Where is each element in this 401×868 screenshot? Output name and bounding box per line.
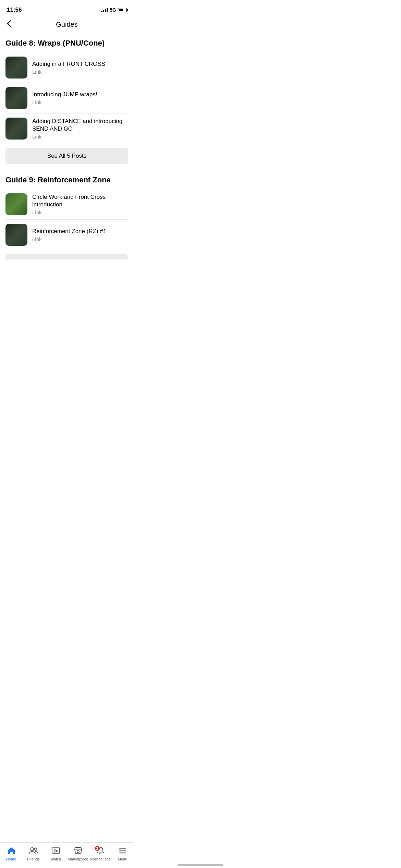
guide-thumb <box>5 118 27 140</box>
guide-item-title: Adding DISTANCE and introducing SEND AND… <box>32 118 128 133</box>
page-title: Guides <box>56 21 77 28</box>
back-button[interactable] <box>5 19 12 31</box>
guide-item-link: Link <box>32 134 128 140</box>
guide-8-title: Guide 8: Wraps (PNU/Cone) <box>5 39 128 48</box>
signal-icon <box>101 8 108 12</box>
scroll-area[interactable]: Guide 8: Wraps (PNU/Cone) Adding in a FR… <box>0 33 134 260</box>
guide-item-text: Reinforcement Zone (RZ) #1 Link <box>32 228 128 242</box>
guide-item-link: Link <box>32 209 128 215</box>
guide-8-section: Guide 8: Wraps (PNU/Cone) Adding in a FR… <box>0 33 134 170</box>
page-header: Guides <box>0 17 134 33</box>
battery-icon <box>118 8 127 12</box>
see-all-5-button[interactable]: See All 5 Posts <box>5 148 128 164</box>
see-all-2-button[interactable]: See All 2 Posts <box>5 254 128 260</box>
guide-item-text: Introducing JUMP wraps! Link <box>32 91 128 105</box>
guide-item-link: Link <box>32 99 128 105</box>
guide-item-text: Adding in a FRONT CROSS Link <box>32 60 128 75</box>
guide-thumb <box>5 57 27 79</box>
guide-item-text: Circle Work and Front Cross introduction… <box>32 193 128 215</box>
status-time: 11:56 <box>7 7 22 13</box>
guide-item-title: Reinforcement Zone (RZ) #1 <box>32 228 128 235</box>
network-type: 5G <box>110 7 116 13</box>
list-item[interactable]: Circle Work and Front Cross introduction… <box>5 189 128 219</box>
guide-thumb <box>5 193 27 215</box>
guide-item-link: Link <box>32 69 128 75</box>
status-icons: 5G <box>101 7 127 13</box>
guide-item-title: Introducing JUMP wraps! <box>32 91 128 98</box>
guide-item-title: Circle Work and Front Cross introduction <box>32 193 128 208</box>
guide-9-title: Guide 9: Reinforcement Zone <box>5 176 128 184</box>
list-item[interactable]: Adding DISTANCE and introducing SEND AND… <box>5 113 128 144</box>
guide-item-text: Adding DISTANCE and introducing SEND AND… <box>32 118 128 140</box>
status-bar: 11:56 5G <box>0 0 134 17</box>
guide-thumb <box>5 224 27 246</box>
guide-item-link: Link <box>32 236 128 242</box>
guide-item-title: Adding in a FRONT CROSS <box>32 60 128 68</box>
list-item[interactable]: Introducing JUMP wraps! Link <box>5 83 128 113</box>
list-item[interactable]: Reinforcement Zone (RZ) #1 Link <box>5 219 128 250</box>
guide-thumb <box>5 87 27 109</box>
guide-9-section: Guide 9: Reinforcement Zone Circle Work … <box>0 170 134 260</box>
list-item[interactable]: Adding in a FRONT CROSS Link <box>5 52 128 83</box>
